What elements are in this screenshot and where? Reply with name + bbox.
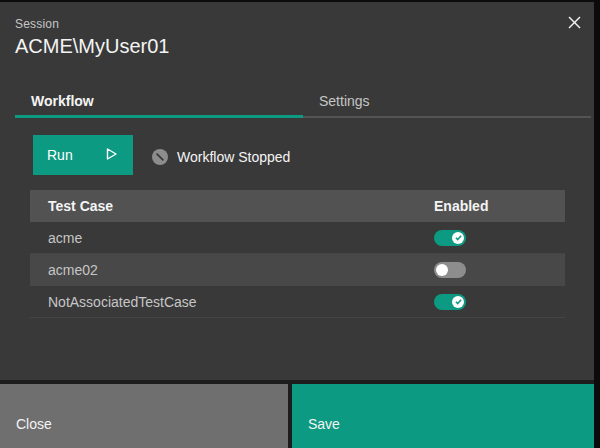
enabled-cell bbox=[434, 230, 565, 246]
dialog-eyebrow: Session bbox=[15, 17, 59, 31]
play-icon bbox=[104, 146, 119, 165]
enabled-toggle-on[interactable] bbox=[434, 294, 466, 310]
run-button[interactable]: Run bbox=[33, 135, 133, 175]
table-body: acmeacme02NotAssociatedTestCase bbox=[30, 222, 565, 318]
tab-settings-label: Settings bbox=[319, 93, 370, 109]
save-button[interactable]: Save bbox=[292, 384, 594, 448]
dialog-title: ACME\MyUser01 bbox=[15, 35, 169, 58]
table-row: acme bbox=[30, 222, 565, 254]
dialog-footer: Close Save bbox=[0, 380, 594, 448]
test-case-name: acme bbox=[30, 230, 434, 246]
session-dialog: Session ACME\MyUser01 Workflow Settings … bbox=[0, 2, 594, 448]
tab-workflow-label: Workflow bbox=[31, 93, 94, 109]
tab-bar: Workflow Settings bbox=[15, 86, 591, 118]
table-header-row: Test Case Enabled bbox=[30, 190, 565, 222]
test-case-table: Test Case Enabled acmeacme02NotAssociate… bbox=[30, 190, 565, 318]
enabled-toggle-on[interactable] bbox=[434, 230, 466, 246]
screen-backdrop: Session ACME\MyUser01 Workflow Settings … bbox=[0, 0, 600, 448]
table-row: NotAssociatedTestCase bbox=[30, 286, 565, 318]
close-dialog-button[interactable] bbox=[556, 6, 592, 42]
table-row: acme02 bbox=[30, 254, 565, 286]
test-case-name: NotAssociatedTestCase bbox=[30, 294, 434, 310]
enabled-toggle-off[interactable] bbox=[434, 262, 466, 278]
status-label: Workflow Stopped bbox=[177, 149, 290, 165]
run-button-label: Run bbox=[47, 147, 73, 163]
stopped-circle-icon bbox=[152, 149, 168, 165]
column-header-enabled: Enabled bbox=[434, 198, 565, 214]
tab-settings[interactable]: Settings bbox=[303, 86, 591, 118]
toggle-check-icon bbox=[452, 296, 464, 308]
workflow-status: Workflow Stopped bbox=[152, 149, 290, 165]
test-case-name: acme02 bbox=[30, 262, 434, 278]
toggle-check-icon bbox=[452, 232, 464, 244]
tab-workflow[interactable]: Workflow bbox=[15, 86, 303, 118]
enabled-cell bbox=[434, 294, 565, 310]
column-header-test-case: Test Case bbox=[30, 198, 434, 214]
close-icon bbox=[567, 15, 582, 33]
enabled-cell bbox=[434, 262, 565, 278]
toggle-knob bbox=[436, 264, 448, 276]
close-button[interactable]: Close bbox=[0, 384, 288, 448]
